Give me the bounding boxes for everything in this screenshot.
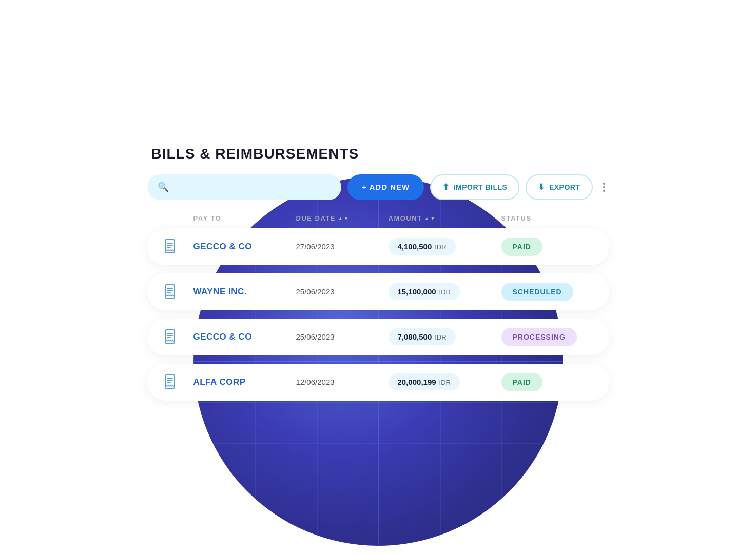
main-content: BILLS & REIMBURSEMENTS 🔍 + ADD NEW ⬆ IMP… bbox=[147, 146, 609, 409]
bill-amount-cell-2: 15,100,000 IDR bbox=[389, 283, 501, 300]
bill-name-3: GECCO & CO bbox=[193, 332, 296, 342]
bill-amount-cell-3: 7,080,500 IDR bbox=[389, 328, 501, 345]
add-new-button[interactable]: + ADD NEW bbox=[347, 174, 424, 200]
download-icon: ⬇ bbox=[538, 182, 545, 192]
table-row[interactable]: GECCO & CO 25/06/2023 7,080,500 IDR PROC… bbox=[147, 319, 609, 355]
page-title: BILLS & REIMBURSEMENTS bbox=[147, 146, 609, 162]
more-options-button[interactable] bbox=[599, 179, 609, 196]
search-icon: 🔍 bbox=[158, 182, 169, 193]
bill-status-cell-4: PAID bbox=[501, 373, 594, 391]
table-row[interactable]: WAYNE INC. 25/06/2023 15,100,000 IDR SCH… bbox=[147, 273, 609, 310]
import-label: IMPORT BILLS bbox=[454, 183, 508, 191]
bill-date-1: 27/06/2023 bbox=[296, 242, 389, 251]
table-row[interactable]: ALFA CORP 12/06/2023 20,000,199 IDR PAID bbox=[147, 364, 609, 401]
export-button[interactable]: ⬇ EXPORT bbox=[526, 174, 592, 200]
more-dot-2 bbox=[603, 186, 605, 188]
bill-currency-3: IDR bbox=[435, 333, 446, 341]
col-payto: PAY TO bbox=[193, 214, 296, 222]
bill-amount-3: 7,080,500 bbox=[398, 332, 432, 341]
sort-icon-duedate: ▲▼ bbox=[338, 215, 350, 221]
bill-date-3: 25/06/2023 bbox=[296, 332, 389, 341]
bill-status-cell-2: SCHEDULED bbox=[501, 283, 594, 301]
toolbar: 🔍 + ADD NEW ⬆ IMPORT BILLS ⬇ EXPORT bbox=[147, 174, 609, 200]
bill-date-2: 25/06/2023 bbox=[296, 287, 389, 296]
col-duedate: DUE DATE ▲▼ bbox=[296, 214, 389, 222]
sort-icon-amount: ▲▼ bbox=[424, 215, 436, 221]
status-badge-3: PROCESSING bbox=[501, 328, 577, 346]
bill-status-cell-1: PAID bbox=[501, 238, 594, 256]
page-wrapper: BILLS & REIMBURSEMENTS 🔍 + ADD NEW ⬆ IMP… bbox=[122, 146, 635, 409]
bill-amount-2: 15,100,000 bbox=[398, 287, 436, 296]
more-dot-3 bbox=[603, 190, 605, 192]
bill-date-4: 12/06/2023 bbox=[296, 378, 389, 386]
more-dot-1 bbox=[603, 183, 605, 185]
import-bills-button[interactable]: ⬆ IMPORT BILLS bbox=[430, 174, 519, 200]
export-label: EXPORT bbox=[549, 183, 580, 191]
status-badge-2: SCHEDULED bbox=[501, 283, 573, 301]
bill-currency-4: IDR bbox=[439, 379, 451, 386]
bill-icon-4 bbox=[163, 374, 193, 390]
bill-amount-cell-4: 20,000,199 IDR bbox=[389, 373, 501, 390]
status-badge-1: PAID bbox=[501, 238, 542, 256]
bill-name-4: ALFA CORP bbox=[193, 377, 296, 387]
bill-currency-1: IDR bbox=[435, 243, 446, 251]
table-header: PAY TO DUE DATE ▲▼ AMOUNT ▲▼ STATUS bbox=[147, 214, 609, 222]
bill-name-2: WAYNE INC. bbox=[193, 287, 296, 297]
bill-amount-1: 4,100,500 bbox=[398, 242, 432, 251]
bill-icon-3 bbox=[163, 329, 193, 345]
bill-amount-4: 20,000,199 bbox=[398, 378, 436, 386]
bill-currency-2: IDR bbox=[439, 288, 451, 296]
add-new-label: + ADD NEW bbox=[362, 183, 410, 191]
bill-status-cell-3: PROCESSING bbox=[501, 328, 594, 346]
status-badge-4: PAID bbox=[501, 373, 542, 391]
col-status: STATUS bbox=[501, 214, 594, 222]
upload-icon: ⬆ bbox=[442, 182, 450, 192]
table-row[interactable]: GECCO & CO 27/06/2023 4,100,500 IDR PAID bbox=[147, 228, 609, 265]
col-amount: AMOUNT ▲▼ bbox=[389, 214, 501, 222]
bill-icon-1 bbox=[163, 239, 193, 255]
bill-icon-2 bbox=[163, 284, 193, 300]
bills-list: GECCO & CO 27/06/2023 4,100,500 IDR PAID bbox=[147, 228, 609, 401]
bill-amount-cell-1: 4,100,500 IDR bbox=[389, 238, 501, 255]
search-box[interactable]: 🔍 bbox=[147, 174, 342, 200]
bill-name-1: GECCO & CO bbox=[193, 242, 296, 252]
